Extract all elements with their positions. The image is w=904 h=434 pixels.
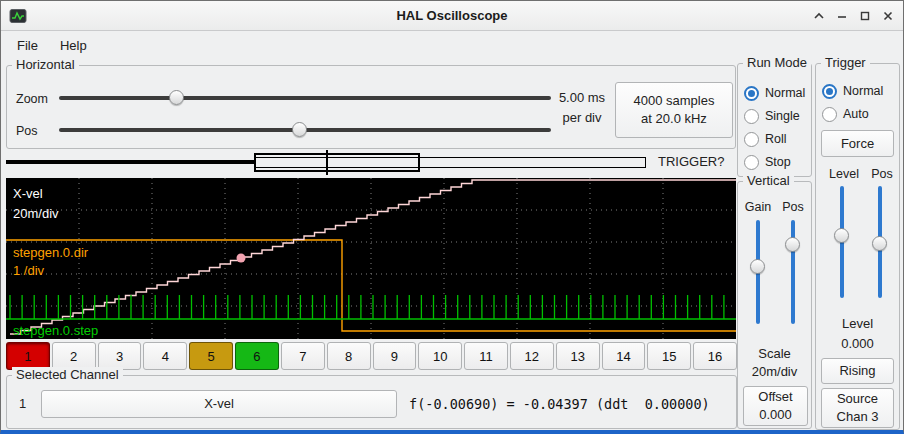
trigger-source-line2: Chan 3 (837, 408, 879, 426)
force-button-label: Force (841, 135, 874, 153)
trigger-edge-label: Rising (839, 362, 875, 380)
channel1-scale-label: 20m/div (13, 207, 59, 220)
record-view (6, 150, 656, 175)
radio-icon (744, 132, 759, 147)
channel-button-11[interactable]: 11 (464, 342, 508, 370)
channel5-scale-label: 1 /div (13, 264, 44, 277)
gain-label: Gain (741, 200, 775, 214)
radio-label: Auto (843, 107, 869, 121)
vertical-pos-slider[interactable] (785, 220, 801, 324)
run-mode-radio-single[interactable]: Single (744, 107, 805, 125)
channel-button-15[interactable]: 15 (647, 342, 691, 370)
channel-button-16[interactable]: 16 (693, 342, 737, 370)
trigger-level-slider-handle[interactable] (834, 228, 849, 243)
zoom-slider-handle[interactable] (169, 90, 184, 105)
channel-button-5[interactable]: 5 (189, 342, 233, 370)
record-line (6, 160, 254, 164)
trigger-level-value: 0.000 (816, 336, 899, 351)
pos-slider-handle[interactable] (292, 122, 307, 137)
radio-label: Stop (765, 155, 791, 169)
gain-slider-handle[interactable] (750, 259, 765, 274)
titlebar: HAL Oscilloscope (1, 1, 903, 31)
run-mode-group: Run Mode NormalSingleRollStop (737, 63, 812, 177)
scope-display: X-vel 20m/div stepgen.0.dir 1 /div stepg… (6, 178, 736, 339)
vertical-pos-slider-handle[interactable] (785, 237, 800, 252)
channel-button-4[interactable]: 4 (143, 342, 187, 370)
horizontal-legend: Horizontal (12, 57, 79, 72)
selected-channel-number: 1 (19, 396, 26, 411)
channel5-name-label: stepgen.0.dir (13, 246, 88, 259)
keep-above-icon[interactable] (810, 7, 828, 25)
run-mode-options: NormalSingleRollStop (744, 84, 805, 171)
vertical-legend: Vertical (743, 173, 794, 188)
radio-label: Normal (843, 84, 883, 98)
trigger-level-caption: Level (816, 316, 899, 331)
channel1-name-label: X-vel (13, 187, 43, 200)
trigger-mode-options: NormalAuto (822, 82, 883, 123)
trigger-source-line1: Source (837, 390, 878, 408)
channel-row: 12345678910111213141516 (6, 342, 737, 370)
radio-label: Roll (765, 132, 787, 146)
radio-label: Single (765, 109, 800, 123)
trigger-mode-radio-auto[interactable]: Auto (822, 105, 883, 123)
pos-slider[interactable] (59, 122, 551, 138)
trigger-status-label: TRIGGER? (658, 154, 724, 169)
trigger-point-marker (237, 254, 246, 263)
rate-unit: per div (551, 110, 613, 125)
samples-button[interactable]: 4000 samples at 20.0 kHz (615, 82, 733, 138)
channel-button-2[interactable]: 2 (52, 342, 96, 370)
channel-button-7[interactable]: 7 (281, 342, 325, 370)
trigger-level-slider[interactable] (834, 186, 850, 298)
channel-source-label: X-vel (204, 395, 234, 413)
close-icon[interactable] (879, 7, 897, 25)
scope-svg (6, 178, 736, 339)
scale-label: Scale (738, 346, 811, 361)
offset-value: 0.000 (759, 406, 792, 424)
force-button[interactable]: Force (821, 130, 894, 157)
run-mode-radio-roll[interactable]: Roll (744, 130, 805, 148)
menu-file[interactable]: File (7, 34, 48, 57)
window-title: HAL Oscilloscope (1, 8, 903, 23)
horizontal-group: Horizontal Zoom Pos 5.00 ms per div 4000… (6, 65, 736, 149)
channel-button-6[interactable]: 6 (235, 342, 279, 370)
run-mode-legend: Run Mode (743, 55, 811, 70)
trigger-source-button[interactable]: Source Chan 3 (821, 388, 894, 428)
window-controls (810, 7, 897, 25)
minimize-icon[interactable] (833, 7, 851, 25)
trigger-edge-button[interactable]: Rising (821, 358, 894, 384)
trigger-pos-slider-handle[interactable] (872, 236, 887, 251)
selected-channel-group: Selected Channel 1 X-vel f(-0.00690) = -… (6, 375, 737, 429)
offset-button[interactable]: Offset 0.000 (743, 386, 808, 426)
channel-button-14[interactable]: 14 (602, 342, 646, 370)
trigger-pos-slider[interactable] (872, 186, 888, 298)
radio-icon (822, 107, 837, 122)
trigger-level-label: Level (822, 167, 866, 181)
zoom-label: Zoom (16, 92, 48, 106)
channel-value-readout: f(-0.00690) = -0.04397 (ddt 0.00000) (409, 396, 710, 412)
channel-button-12[interactable]: 12 (510, 342, 554, 370)
zoom-slider-groove (59, 96, 551, 100)
menu-help[interactable]: Help (50, 34, 97, 57)
gain-slider[interactable] (750, 220, 766, 324)
channel-button-8[interactable]: 8 (327, 342, 371, 370)
channel-source-button[interactable]: X-vel (41, 390, 397, 418)
maximize-icon[interactable] (856, 7, 874, 25)
channel6-name-label: stepgen.0.step (13, 324, 98, 337)
trigger-group: Trigger NormalAuto Force Level Pos Level… (815, 63, 900, 430)
channel-button-9[interactable]: 9 (373, 342, 417, 370)
channel-button-1[interactable]: 1 (6, 342, 50, 370)
radio-icon (744, 155, 759, 170)
trigger-mode-radio-normal[interactable]: Normal (822, 82, 883, 100)
scale-value: 20m/div (738, 364, 811, 379)
channel-button-3[interactable]: 3 (98, 342, 142, 370)
run-mode-radio-stop[interactable]: Stop (744, 153, 805, 171)
vertical-pos-slider-groove (791, 220, 795, 324)
channel-button-10[interactable]: 10 (418, 342, 462, 370)
vertical-pos-label: Pos (778, 200, 808, 214)
radio-label: Normal (765, 86, 805, 100)
pos-label: Pos (16, 124, 38, 138)
run-mode-radio-normal[interactable]: Normal (744, 84, 805, 102)
zoom-slider[interactable] (59, 90, 551, 106)
radio-icon (744, 109, 759, 124)
channel-button-13[interactable]: 13 (556, 342, 600, 370)
